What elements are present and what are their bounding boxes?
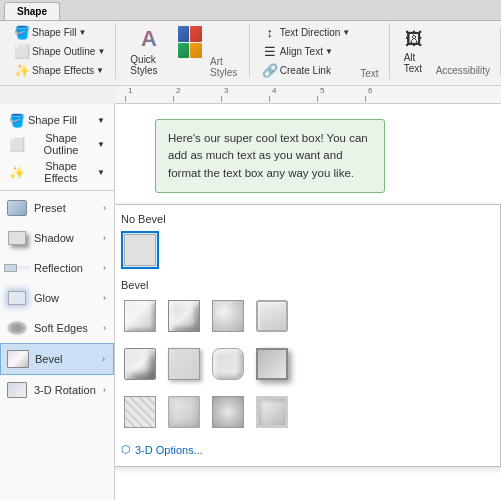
shape-effects-icon: ✨: [14, 62, 30, 78]
bevel-s2: [168, 300, 200, 332]
shape-effects-button[interactable]: ✨ Shape Effects ▼: [10, 61, 109, 79]
bevel-s5: [124, 348, 156, 380]
preset-icon: [4, 197, 30, 219]
align-text-button[interactable]: ☰ Align Text ▼: [258, 42, 355, 60]
chevron-shadow: ›: [103, 233, 106, 243]
shape-outline-panel-btn[interactable]: ⬜ Shape Outline ▼: [6, 130, 108, 158]
chevron-bevel: ›: [102, 354, 105, 364]
bevel-item-5[interactable]: [121, 345, 159, 383]
shadow-icon: [4, 227, 30, 249]
quick-styles-icon: A: [141, 26, 157, 52]
bevel-s10: [168, 396, 200, 428]
bevel-item-3[interactable]: [209, 297, 247, 335]
shape-fill-panel-icon: 🪣: [9, 112, 25, 128]
bevel-grid-row3: [121, 393, 490, 431]
bevel-s3: [212, 300, 244, 332]
shape-fill-panel-btn[interactable]: 🪣 Shape Fill ▼: [6, 110, 108, 130]
style-swatch-4: [190, 43, 202, 59]
bevel-item-10[interactable]: [165, 393, 203, 431]
text-direction-icon: ↕: [262, 24, 278, 40]
bevel-s9: [124, 396, 156, 428]
panel-item-shadow[interactable]: Shadow ›: [0, 223, 114, 253]
chevron-outline-panel: ▼: [97, 140, 105, 149]
panel-item-3d-rotation[interactable]: 3-D Rotation ›: [0, 375, 114, 405]
bevel-s11: [212, 396, 244, 428]
bevel-item-6[interactable]: [165, 345, 203, 383]
bevel-s8: [256, 348, 288, 380]
ribbon-group-shape: 🪣 Shape Fill ▼ ⬜ Shape Outline ▼ ✨ Shape…: [4, 23, 116, 79]
panel-item-preset[interactable]: Preset ›: [0, 193, 114, 223]
no-bevel-item[interactable]: [121, 231, 159, 269]
ribbon-group-text: ↕ Text Direction ▼ ☰ Align Text ▼ 🔗 Crea…: [252, 23, 390, 79]
bevel-section: Bevel: [121, 279, 490, 431]
ribbon-top: 🪣 Shape Fill ▼ ⬜ Shape Outline ▼ ✨ Shape…: [4, 23, 497, 81]
alt-text-icon: 🖼: [405, 29, 423, 50]
shape-fill-icon: 🪣: [14, 24, 30, 40]
bevel-item-4[interactable]: [253, 297, 291, 335]
bevel-item-7[interactable]: [209, 345, 247, 383]
panel-item-soft-edges[interactable]: Soft Edges ›: [0, 313, 114, 343]
bevel-item-11[interactable]: [209, 393, 247, 431]
ruler-mark-1: 1: [125, 96, 173, 102]
accessibility-label: Accessibility: [432, 65, 494, 76]
bevel-grid-row2: [121, 345, 490, 383]
text-box[interactable]: Here's our super cool text box! You can …: [155, 119, 385, 193]
no-bevel-grid: [121, 231, 490, 269]
create-link-button[interactable]: 🔗 Create Link: [258, 61, 355, 79]
chevron-fill: ▼: [78, 28, 86, 37]
ribbon-col-shape: 🪣 Shape Fill ▼ ⬜ Shape Outline ▼ ✨ Shape…: [10, 23, 109, 79]
bevel-grid-row1: [121, 297, 490, 335]
text-direction-button[interactable]: ↕ Text Direction ▼: [258, 23, 355, 41]
bevel-panel: No Bevel Bevel: [115, 204, 501, 467]
3d-options-link[interactable]: ⬡ 3-D Options...: [121, 441, 490, 458]
tab-bar: Shape: [0, 0, 501, 21]
bevel-title: Bevel: [121, 279, 490, 291]
shape-fill-button[interactable]: 🪣 Shape Fill ▼: [10, 23, 109, 41]
ruler-mark-2: 2: [173, 96, 221, 102]
shape-outline-button[interactable]: ⬜ Shape Outline ▼: [10, 42, 109, 60]
chevron-fill-panel: ▼: [97, 116, 105, 125]
tab-shape[interactable]: Shape: [4, 2, 60, 20]
style-swatch-3: [178, 43, 190, 59]
ruler-mark-3: 3: [221, 96, 269, 102]
ribbon-group-styles: A Quick Styles Art Styles: [118, 24, 249, 78]
chevron-reflection: ›: [103, 263, 106, 273]
panel-item-bevel[interactable]: Bevel ›: [0, 343, 114, 375]
ribbon-col-text: ↕ Text Direction ▼ ☰ Align Text ▼ 🔗 Crea…: [258, 23, 355, 79]
shape-panel: 🪣 Shape Fill ▼ ⬜ Shape Outline ▼ ✨ Shape…: [0, 104, 115, 500]
art-styles-label: Art Styles: [206, 56, 243, 78]
panel-item-reflection[interactable]: Reflection ›: [0, 253, 114, 283]
shape-panel-header: 🪣 Shape Fill ▼ ⬜ Shape Outline ▼ ✨ Shape…: [0, 108, 114, 191]
no-bevel-section: No Bevel: [121, 213, 490, 269]
bevel-s12: [256, 396, 288, 428]
chevron-glow: ›: [103, 293, 106, 303]
3d-rotation-icon: [4, 379, 30, 401]
ruler-mark-6: 6: [365, 96, 413, 102]
bevel-item-1[interactable]: [121, 297, 159, 335]
chevron-3d-rotation: ›: [103, 385, 106, 395]
panel-item-glow[interactable]: Glow ›: [0, 283, 114, 313]
bevel-s6: [168, 348, 200, 380]
bevel-s4: [256, 300, 288, 332]
create-link-icon: 🔗: [262, 62, 278, 78]
ruler-marks: 1 2 3 4 5 6: [115, 96, 413, 102]
ribbon: 🪣 Shape Fill ▼ ⬜ Shape Outline ▼ ✨ Shape…: [0, 21, 501, 86]
shape-outline-icon: ⬜: [14, 43, 30, 59]
bevel-s7: [212, 348, 244, 380]
chevron-align: ▼: [325, 47, 333, 56]
shape-effects-panel-btn[interactable]: ✨ Shape Effects ▼: [6, 158, 108, 186]
ribbon-group-accessibility: 🖼 Alt Text Accessibility: [392, 27, 501, 76]
chevron-preset: ›: [103, 203, 106, 213]
quick-styles-button[interactable]: A Quick Styles: [124, 24, 173, 78]
shape-effects-panel-icon: ✨: [9, 164, 25, 180]
bevel-item-2[interactable]: [165, 297, 203, 335]
bevel-item-9[interactable]: [121, 393, 159, 431]
no-bevel-square: [124, 234, 156, 266]
no-bevel-title: No Bevel: [121, 213, 490, 225]
reflection-icon: [4, 257, 30, 279]
bevel-item-8[interactable]: [253, 345, 291, 383]
bevel-item-12[interactable]: [253, 393, 291, 431]
alt-text-button[interactable]: 🖼 Alt Text: [398, 27, 430, 76]
chevron-effects-panel: ▼: [97, 168, 105, 177]
soft-edges-icon: [4, 317, 30, 339]
